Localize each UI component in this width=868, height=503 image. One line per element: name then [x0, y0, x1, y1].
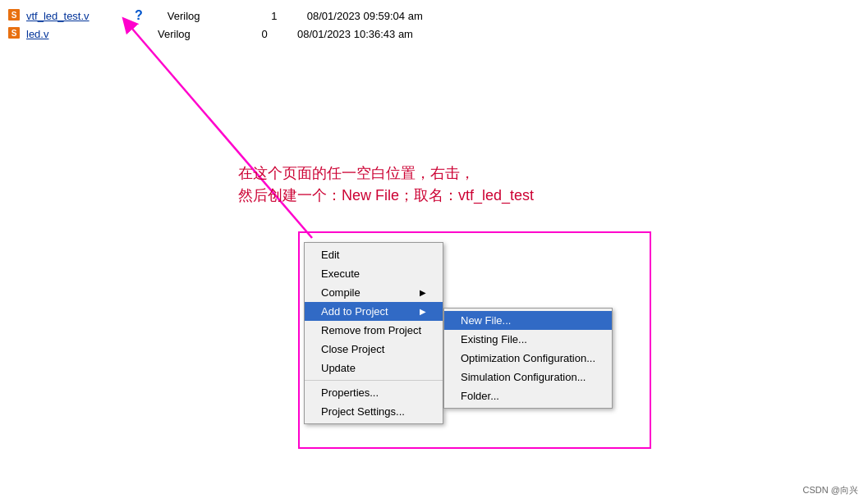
menu-item-edit[interactable]: Edit	[305, 245, 443, 264]
file-type-1: Verilog	[143, 10, 241, 22]
submenu-item-existing-file[interactable]: Existing File...	[444, 330, 612, 349]
menu-item-remove-from-project[interactable]: Remove from Project	[305, 321, 443, 340]
menu-item-properties[interactable]: Properties...	[305, 383, 443, 402]
menus-wrapper: Edit Execute Compile ▶ Add to Project ▶ …	[304, 242, 613, 424]
context-menu: Edit Execute Compile ▶ Add to Project ▶ …	[304, 242, 443, 424]
submenu-item-optimization-config[interactable]: Optimization Configuration...	[444, 349, 612, 368]
file-name-2[interactable]: led.v	[26, 28, 133, 40]
file-row: S vtf_led_test.v ? Verilog 1 08/01/2023 …	[8, 7, 860, 25]
file-date-1: 08/01/2023 09:59:04 am	[307, 10, 423, 22]
question-icon-1: ?	[135, 8, 143, 23]
file-name-1[interactable]: vtf_led_test.v	[26, 10, 133, 22]
submenu: New File... Existing File... Optimizatio…	[443, 308, 613, 409]
file-date-2: 08/01/2023 10:36:43 am	[297, 28, 413, 40]
menu-item-execute[interactable]: Execute	[305, 264, 443, 283]
submenu-item-folder[interactable]: Folder...	[444, 386, 612, 405]
file-icon-2: S	[8, 27, 23, 40]
submenu-item-simulation-config[interactable]: Simulation Configuration...	[444, 368, 612, 386]
submenu-wrapper: New File... Existing File... Optimizatio…	[443, 308, 613, 409]
file-icon-1: S	[8, 9, 23, 22]
annotation-line1: 在这个页面的任一空白位置，右击，	[238, 162, 534, 185]
file-type-2: Verilog	[133, 28, 232, 40]
file-version-2: 0	[232, 28, 297, 40]
menu-item-compile[interactable]: Compile ▶	[305, 283, 443, 302]
file-version-1: 1	[241, 10, 307, 22]
menu-item-close-project[interactable]: Close Project	[305, 340, 443, 359]
menu-item-project-settings[interactable]: Project Settings...	[305, 402, 443, 421]
file-list: S vtf_led_test.v ? Verilog 1 08/01/2023 …	[0, 0, 868, 49]
watermark: CSDN @向兴	[803, 484, 858, 496]
menu-item-update[interactable]: Update	[305, 359, 443, 377]
menu-item-add-to-project[interactable]: Add to Project ▶	[305, 302, 443, 321]
file-row: S led.v Verilog 0 08/01/2023 10:36:43 am	[8, 25, 860, 43]
submenu-item-new-file[interactable]: New File...	[444, 311, 612, 330]
submenu-arrow-add: ▶	[420, 307, 426, 316]
annotation-line2: 然后创建一个：New File；取名：vtf_led_test	[238, 185, 534, 207]
context-menu-area: Edit Execute Compile ▶ Add to Project ▶ …	[304, 242, 613, 424]
annotation-text: 在这个页面的任一空白位置，右击， 然后创建一个：New File；取名：vtf_…	[238, 162, 534, 207]
submenu-arrow-compile: ▶	[420, 288, 426, 297]
menu-separator-1	[305, 380, 443, 381]
